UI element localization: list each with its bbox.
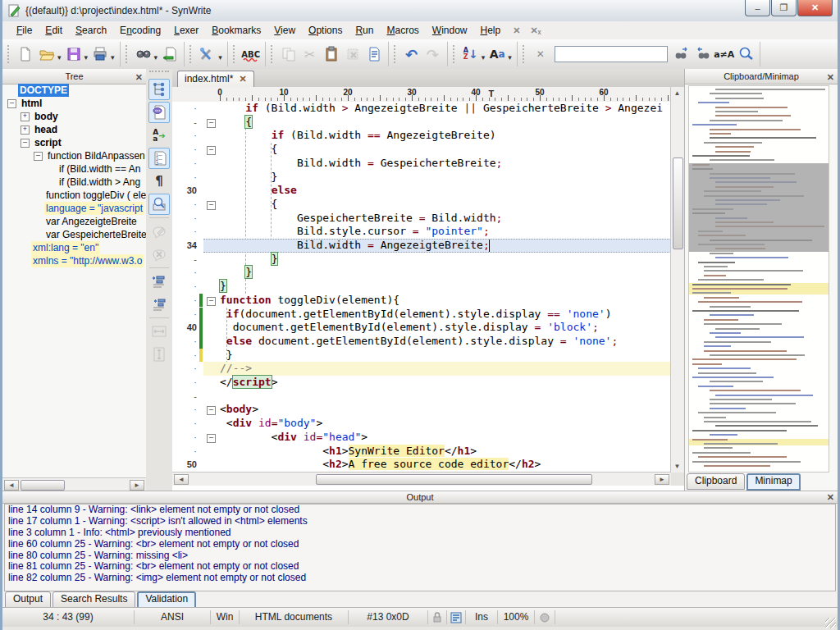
tab-search-results[interactable]: Search Results	[52, 591, 135, 608]
menu-help[interactable]: Help	[475, 22, 507, 39]
convert-case-icon[interactable]: Aa➔	[148, 125, 170, 146]
gutter-line-number[interactable]: ·	[172, 445, 197, 459]
tree-item[interactable]: –html	[2, 97, 146, 110]
tab-clipboard[interactable]: Clipboard	[687, 473, 745, 490]
paste-icon[interactable]	[322, 44, 341, 64]
code-editor[interactable]: · if (Bild.width > AngezeigteBreite || G…	[172, 102, 671, 472]
tree-item[interactable]: –script	[2, 136, 146, 149]
close-button[interactable]: ✕	[797, 0, 833, 16]
find-prev-icon[interactable]	[693, 44, 713, 64]
gutter-line-number[interactable]: ·	[172, 129, 197, 143]
code-line[interactable]: Bild.width = GespeicherteBreite;	[220, 157, 671, 171]
code-line[interactable]: GespeicherteBreite = Bild.width;	[220, 212, 671, 226]
spell-check-icon[interactable]: ABC	[241, 44, 261, 64]
fold-collapse-icon[interactable]: –	[207, 406, 216, 415]
tree-item[interactable]: +body	[2, 110, 146, 123]
scroll-right-icon[interactable]: ►	[130, 480, 144, 491]
code-line[interactable]: Bild.style.cursor = "pointer";	[220, 225, 671, 239]
gutter-line-number[interactable]: ·	[172, 212, 197, 226]
find-dropdown-icon[interactable]: ▾	[154, 53, 158, 62]
gutter-line-number[interactable]: ·	[172, 143, 197, 157]
tree-item[interactable]: –function BildAnpassen (	[2, 149, 146, 162]
close-all-documents-icon[interactable]: ✕ₓ	[525, 25, 546, 36]
sort-dropdown-icon[interactable]: ▾	[482, 53, 486, 62]
validation-message[interactable]: line 60 column 25 - Warning: <br> elemen…	[5, 539, 835, 550]
code-line[interactable]: <h1>SynWrite Editor</h1>	[220, 445, 671, 459]
code-line[interactable]: <div id="head">	[220, 431, 671, 445]
tree-item[interactable]: if (Bild.width == An	[2, 162, 146, 176]
menu-encoding[interactable]: Encoding	[114, 22, 167, 39]
show-paragraph-icon[interactable]: ¶	[148, 171, 170, 192]
minimap[interactable]	[688, 85, 829, 472]
status-zoom-level[interactable]: 100%	[498, 610, 535, 624]
status-insert-mode[interactable]: Ins	[466, 610, 498, 624]
menu-edit[interactable]: Edit	[39, 22, 68, 39]
menu-lexer[interactable]: Lexer	[168, 22, 204, 39]
code-line[interactable]	[220, 390, 671, 404]
menu-options[interactable]: Options	[303, 22, 348, 39]
preview-icon[interactable]	[148, 194, 170, 215]
gutter-line-number[interactable]: ·	[172, 157, 197, 171]
gutter-line-number[interactable]: ·	[172, 280, 197, 294]
gutter-line-number[interactable]: 30	[172, 184, 197, 198]
tab-minimap[interactable]: Minimap	[746, 473, 800, 491]
tree-item[interactable]: var GespeicherteBreite	[2, 228, 146, 241]
unindent-icon[interactable]	[148, 294, 170, 315]
maximize-button[interactable]: ❐	[771, 0, 797, 16]
code-line[interactable]: }	[220, 266, 671, 280]
goto-line-icon[interactable]	[160, 44, 180, 64]
fold-collapse-icon[interactable]: –	[207, 297, 216, 306]
code-line[interactable]: {	[220, 143, 671, 157]
gutter-line-number[interactable]: ·	[172, 102, 197, 116]
tree-hscroll-thumb[interactable]	[21, 480, 65, 491]
tree-item[interactable]: xmlns = "http://www.w3.o	[2, 254, 146, 267]
code-line[interactable]: }	[220, 280, 671, 294]
menu-macros[interactable]: Macros	[381, 22, 424, 39]
code-line[interactable]: if (Bild.width > AngezeigteBreite || Ges…	[220, 102, 671, 116]
scroll-left-icon[interactable]: ◄	[174, 474, 189, 485]
sort-icon[interactable]: AZ↓	[461, 44, 481, 64]
word-wrap-icon[interactable]	[447, 610, 466, 624]
tree-item[interactable]: if (Bild.width > Ang	[2, 176, 146, 189]
tree-item[interactable]: function toggleDiv ( ele	[2, 189, 146, 202]
gutter-line-number[interactable]: 40	[172, 321, 197, 335]
gutter-line-number[interactable]: -	[172, 253, 197, 267]
close-document-icon[interactable]: ✕	[508, 25, 525, 36]
resize-grip[interactable]	[825, 618, 836, 628]
status-lexer[interactable]: HTML documents	[240, 610, 349, 624]
menu-search[interactable]: Search	[70, 22, 112, 39]
tree-item[interactable]: language = "javascript	[2, 202, 146, 215]
menu-view[interactable]: View	[268, 22, 301, 39]
gutter-line-number[interactable]: ·	[172, 362, 197, 376]
code-line[interactable]: {	[220, 116, 671, 130]
collapse-icon[interactable]: –	[7, 99, 16, 108]
save-icon[interactable]	[64, 44, 84, 64]
validation-message[interactable]: line 80 column 25 - Warning: missing <li…	[5, 550, 835, 562]
case-sensitive-icon[interactable]: a≠A	[714, 44, 734, 64]
tree-item[interactable]: xml:lang = "en"	[2, 241, 146, 254]
gutter-line-number[interactable]: ·	[172, 417, 197, 431]
open-dropdown-icon[interactable]: ▾	[57, 53, 62, 62]
search-close-icon[interactable]: ✕	[531, 44, 550, 64]
validation-message[interactable]: line 17 column 1 - Warning: <script> isn…	[5, 516, 835, 527]
comment-panel-icon[interactable]	[148, 102, 170, 123]
gutter-line-number[interactable]: ·	[172, 294, 197, 308]
find-next-icon[interactable]	[672, 44, 692, 64]
gutter-line-number[interactable]: -	[172, 116, 197, 130]
fold-collapse-icon[interactable]: –	[207, 119, 216, 128]
menu-window[interactable]: Window	[427, 22, 473, 39]
title-bar[interactable]: {(default)} d:\project\index.html* - Syn…	[2, 0, 838, 22]
code-line[interactable]: }	[220, 253, 671, 267]
minimap-visible-region[interactable]	[689, 163, 829, 252]
save-dropdown-icon[interactable]: ▾	[84, 53, 89, 62]
code-line[interactable]: }	[220, 171, 671, 185]
new-file-icon[interactable]	[16, 44, 35, 64]
code-line[interactable]: <body>	[220, 403, 671, 417]
fold-collapse-icon[interactable]: –	[207, 146, 216, 155]
tab-index-html[interactable]: index.html*✕	[177, 71, 254, 89]
scroll-down-icon[interactable]: ▼	[673, 462, 682, 471]
select-all-icon[interactable]	[364, 44, 384, 64]
gutter-line-number[interactable]: 50	[172, 458, 197, 472]
tools-dropdown-icon[interactable]: ▾	[218, 53, 222, 62]
editor-hscrollbar[interactable]: ◄ ►	[172, 472, 671, 486]
